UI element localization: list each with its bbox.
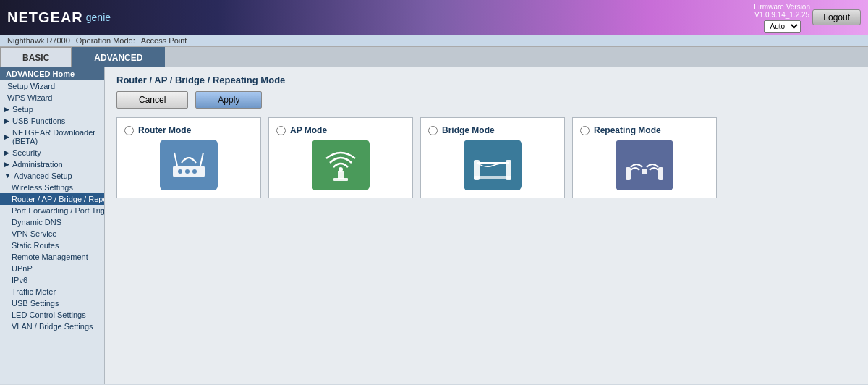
header: NETGEAR genie Firmware Version V1.0.9.14… <box>0 0 868 35</box>
op-mode-value: Access Point <box>141 36 187 45</box>
firmware-version: V1.0.9.14_1.2.25 <box>754 11 810 19</box>
arrow-icon: ▼ <box>4 172 11 179</box>
router-icon-svg <box>167 145 210 185</box>
sidebar-usb-functions[interactable]: ▶ USB Functions <box>0 115 104 127</box>
firmware-info: Firmware Version V1.0.9.14_1.2.25 Auto <box>754 3 810 33</box>
sidebar-setup[interactable]: ▶ Setup <box>0 103 104 115</box>
svg-point-15 <box>642 169 647 174</box>
repeating-mode-label: Repeating Mode <box>594 125 661 135</box>
sidebar-usb-settings[interactable]: USB Settings <box>0 297 104 309</box>
svg-point-3 <box>192 169 197 174</box>
content-area: Router / AP / Bridge / Repeating Mode Ca… <box>105 67 868 384</box>
firmware-select[interactable]: Auto <box>764 20 801 33</box>
sidebar-advanced-setup[interactable]: ▼ Advanced Setup <box>0 170 104 182</box>
tab-basic[interactable]: BASIC <box>0 47 72 67</box>
sidebar-vpn-service[interactable]: VPN Service <box>0 228 104 240</box>
tab-advanced[interactable]: ADVANCED <box>72 47 165 67</box>
op-mode-label: Operation Mode: <box>76 36 135 45</box>
svg-rect-12 <box>474 176 511 179</box>
repeating-icon-svg <box>623 145 666 185</box>
main-layout: ADVANCED Home Setup Wizard WPS Wizard ▶ … <box>0 67 868 384</box>
sidebar-ipv6[interactable]: IPv6 <box>0 274 104 286</box>
bridge-icon-svg <box>471 145 514 185</box>
sidebar-netgear-downloader[interactable]: ▶ NETGEAR Downloader (BETA) <box>0 127 104 147</box>
sidebar: ADVANCED Home Setup Wizard WPS Wizard ▶ … <box>0 67 105 384</box>
svg-rect-14 <box>658 167 663 180</box>
svg-rect-13 <box>626 167 631 180</box>
router-mode-card: Router Mode <box>116 117 261 198</box>
device-bar: Nighthawk R7000 Operation Mode: Access P… <box>0 35 868 47</box>
sidebar-wireless-settings[interactable]: Wireless Settings <box>0 182 104 193</box>
svg-point-2 <box>185 169 190 174</box>
ap-mode-card: AP Mode <box>268 117 413 198</box>
sidebar-remote-management[interactable]: Remote Management <box>0 251 104 263</box>
ap-mode-icon <box>312 140 370 190</box>
sidebar-usb-label: USB Functions <box>12 117 65 125</box>
bridge-mode-header: Bridge Mode <box>428 125 495 135</box>
svg-line-5 <box>200 153 203 166</box>
sidebar-administration[interactable]: ▶ Administration <box>0 158 104 170</box>
sidebar-dynamic-dns[interactable]: Dynamic DNS <box>0 216 104 228</box>
sidebar-upnp[interactable]: UPnP <box>0 263 104 274</box>
svg-point-1 <box>178 169 182 174</box>
repeating-mode-icon <box>616 140 673 190</box>
ap-mode-header: AP Mode <box>276 125 327 135</box>
sidebar-security[interactable]: ▶ Security <box>0 147 104 158</box>
svg-point-8 <box>339 167 343 172</box>
sidebar-router-ap-bridge[interactable]: Router / AP / Bridge / Repeating Mode <box>0 193 104 205</box>
bridge-mode-card: Bridge Mode <box>420 117 565 198</box>
tab-bar: BASIC ADVANCED <box>0 47 868 67</box>
bridge-mode-label: Bridge Mode <box>442 125 495 135</box>
ap-icon-svg <box>319 145 362 185</box>
sidebar-admin-label: Administration <box>12 160 63 169</box>
sidebar-traffic-meter[interactable]: Traffic Meter <box>0 286 104 297</box>
repeating-mode-header: Repeating Mode <box>580 125 661 135</box>
firmware-label: Firmware Version <box>754 3 810 11</box>
router-mode-label: Router Mode <box>138 125 191 135</box>
sidebar-advanced-home[interactable]: ADVANCED Home <box>0 67 104 80</box>
repeating-mode-radio[interactable] <box>580 126 590 135</box>
sidebar-advanced-setup-label: Advanced Setup <box>14 172 72 180</box>
arrow-icon: ▶ <box>4 117 9 124</box>
arrow-icon: ▶ <box>4 106 9 113</box>
button-row: Cancel Apply <box>116 91 856 109</box>
sidebar-netgear-label: NETGEAR Downloader (BETA) <box>12 128 100 145</box>
cancel-button[interactable]: Cancel <box>116 91 188 109</box>
arrow-icon: ▶ <box>4 161 9 168</box>
ap-mode-label: AP Mode <box>290 125 327 135</box>
sidebar-port-forwarding[interactable]: Port Forwarding / Port Triggering <box>0 205 104 216</box>
sidebar-static-routes[interactable]: Static Routes <box>0 240 104 251</box>
svg-rect-7 <box>333 178 348 181</box>
sidebar-led-control[interactable]: LED Control Settings <box>0 309 104 321</box>
device-name: Nighthawk R7000 <box>7 36 70 45</box>
sidebar-setup-label: Setup <box>12 105 33 114</box>
sidebar-wps-wizard[interactable]: WPS Wizard <box>0 92 104 103</box>
sidebar-vlan-bridge[interactable]: VLAN / Bridge Settings <box>0 321 104 332</box>
sidebar-setup-wizard[interactable]: Setup Wizard <box>0 80 104 92</box>
router-mode-radio[interactable] <box>124 126 134 135</box>
logo-area: NETGEAR genie <box>7 9 111 26</box>
ap-mode-radio[interactable] <box>276 126 286 135</box>
bridge-mode-radio[interactable] <box>428 126 438 135</box>
logo-text: NETGEAR <box>7 9 83 26</box>
page-title: Router / AP / Bridge / Repeating Mode <box>116 75 856 85</box>
svg-line-4 <box>174 153 177 166</box>
bridge-mode-icon <box>464 140 522 190</box>
repeating-mode-card: Repeating Mode <box>572 117 717 198</box>
mode-cards: Router Mode <box>116 117 856 198</box>
arrow-icon: ▶ <box>4 149 9 156</box>
logout-button[interactable]: Logout <box>812 9 861 25</box>
logo-genie: genie <box>86 12 111 23</box>
router-mode-header: Router Mode <box>124 125 191 135</box>
apply-button[interactable]: Apply <box>195 91 262 109</box>
sidebar-security-label: Security <box>12 148 41 157</box>
router-mode-icon <box>160 140 218 190</box>
arrow-icon: ▶ <box>4 133 9 140</box>
